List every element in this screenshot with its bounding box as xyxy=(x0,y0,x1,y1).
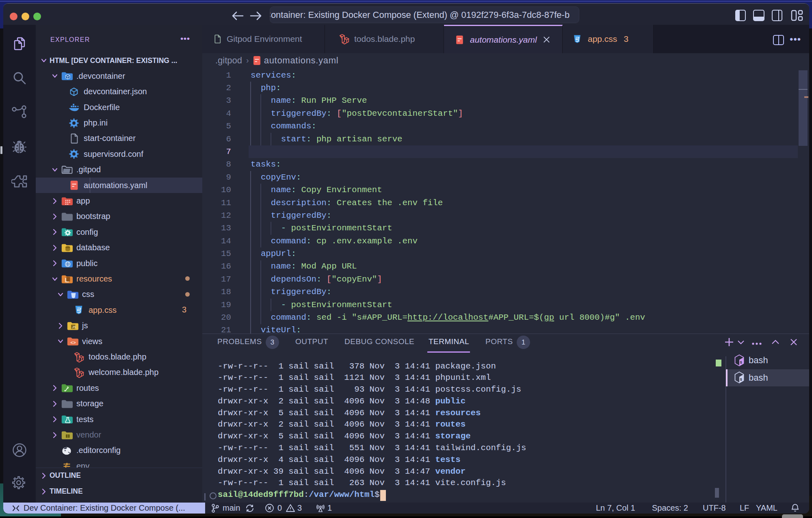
svg-text:JS: JS xyxy=(72,325,76,329)
svg-text:$: $ xyxy=(740,361,743,365)
svg-text:$: $ xyxy=(740,378,743,382)
svg-text:<>: <> xyxy=(70,340,76,345)
